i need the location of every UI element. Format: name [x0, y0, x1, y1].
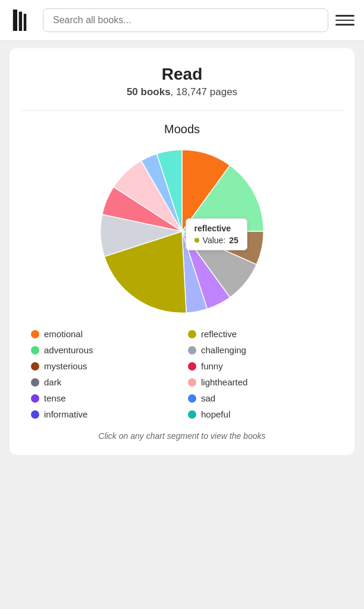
- read-title: Read: [21, 65, 343, 84]
- legend-item-tense[interactable]: tense: [31, 393, 176, 403]
- legend-dot-funny: [188, 362, 196, 371]
- legend-dot-sad: [188, 394, 196, 403]
- section-divider: [21, 110, 343, 111]
- legend-dot-mysterious: [31, 362, 39, 371]
- legend-dot-emotional: [31, 330, 39, 338]
- legend-item-mysterious[interactable]: mysterious: [31, 361, 176, 371]
- legend-dot-informative: [31, 410, 39, 419]
- legend-label-funny: funny: [201, 361, 223, 371]
- legend-item-sad[interactable]: sad: [188, 393, 333, 403]
- legend-item-dark[interactable]: dark: [31, 377, 176, 387]
- legend-label-mysterious: mysterious: [44, 361, 87, 371]
- legend-dot-tense: [31, 394, 39, 403]
- search-input[interactable]: [43, 8, 328, 32]
- legend-item-funny[interactable]: funny: [188, 361, 333, 371]
- legend: emotional reflective adventurous challen…: [21, 329, 343, 419]
- legend-label-emotional: emotional: [44, 329, 83, 339]
- legend-label-adventurous: adventurous: [44, 345, 93, 355]
- legend-item-challenging[interactable]: challenging: [188, 345, 333, 355]
- legend-label-informative: informative: [44, 409, 87, 419]
- read-stats-card: Read 50 books, 18,747 pages Moods reflec…: [10, 48, 354, 455]
- menu-button[interactable]: [335, 11, 354, 30]
- legend-dot-reflective: [188, 330, 196, 338]
- chart-hint: Click on any chart segment to view the b…: [21, 431, 343, 441]
- legend-item-hopeful[interactable]: hopeful: [188, 409, 333, 419]
- legend-item-lighthearted[interactable]: lighthearted: [188, 377, 333, 387]
- legend-label-reflective: reflective: [201, 329, 237, 339]
- svg-rect-1: [19, 12, 22, 31]
- legend-dot-adventurous: [31, 346, 39, 354]
- svg-rect-0: [13, 10, 17, 31]
- moods-title: Moods: [21, 123, 343, 136]
- app-logo: [10, 7, 36, 33]
- legend-dot-dark: [31, 378, 39, 387]
- legend-dot-lighthearted: [188, 378, 196, 387]
- pie-chart[interactable]: reflective Value: 25: [99, 148, 265, 315]
- app-header: [0, 0, 364, 41]
- legend-label-sad: sad: [201, 393, 215, 403]
- legend-label-hopeful: hopeful: [201, 409, 230, 419]
- legend-item-adventurous[interactable]: adventurous: [31, 345, 176, 355]
- legend-item-emotional[interactable]: emotional: [31, 329, 176, 339]
- legend-dot-hopeful: [188, 410, 196, 419]
- legend-label-dark: dark: [44, 377, 61, 387]
- legend-dot-challenging: [188, 346, 196, 354]
- legend-item-reflective[interactable]: reflective: [188, 329, 333, 339]
- svg-rect-2: [24, 14, 27, 31]
- legend-label-challenging: challenging: [201, 345, 246, 355]
- legend-label-tense: tense: [44, 393, 66, 403]
- legend-item-informative[interactable]: informative: [31, 409, 176, 419]
- legend-label-lighthearted: lighthearted: [201, 377, 247, 387]
- read-subtitle: 50 books, 18,747 pages: [21, 86, 343, 98]
